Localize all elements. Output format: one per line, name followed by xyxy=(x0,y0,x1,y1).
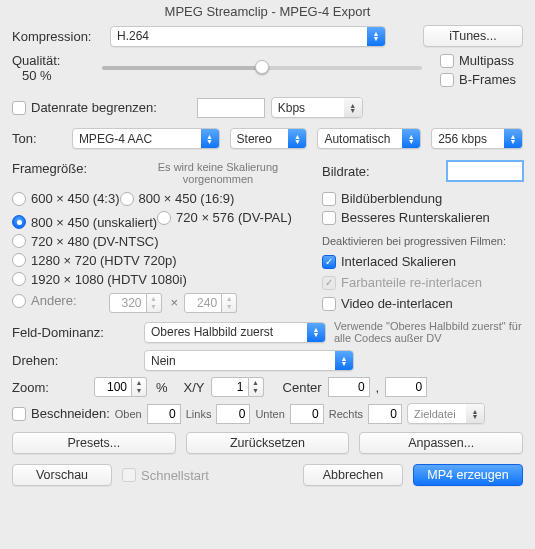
framesize-radio-label: 800 × 450 (unskaliert) xyxy=(31,215,157,230)
chevron-updown-icon xyxy=(335,351,353,370)
framesize-radio-label: 720 × 480 (DV-NTSC) xyxy=(31,234,159,249)
radio-dot-icon xyxy=(157,211,171,225)
datarate-unit-select[interactable]: Kbps xyxy=(271,97,363,118)
crop-bottom-input[interactable] xyxy=(290,404,324,424)
rotate-label: Drehen: xyxy=(12,353,144,368)
preview-button[interactable]: Vorschau xyxy=(12,464,112,486)
multipass-checkbox[interactable]: Multipass xyxy=(440,53,516,68)
framesize-other-label: Andere: xyxy=(31,293,77,308)
blend-checkbox[interactable]: Bildüberblendung xyxy=(322,191,442,206)
cancel-button[interactable]: Abbrechen xyxy=(303,464,403,486)
chevron-updown-icon xyxy=(201,129,219,148)
window-title: MPEG Streamclip - MPEG-4 Export xyxy=(0,0,535,25)
crop-target-value: Zieldatei xyxy=(414,408,462,420)
crop-label: Beschneiden: xyxy=(31,406,110,421)
framesize-other-width[interactable] xyxy=(109,293,165,313)
blend-label: Bildüberblendung xyxy=(341,191,442,206)
crop-right-input[interactable] xyxy=(368,404,402,424)
compression-label: Kompression: xyxy=(12,29,110,44)
audio-label: Ton: xyxy=(12,131,72,146)
zoom-xy-stepper[interactable] xyxy=(211,377,267,397)
crop-bottom-label: Unten xyxy=(255,408,284,420)
adjust-button[interactable]: Anpassen... xyxy=(359,432,523,454)
compression-value: H.264 xyxy=(117,29,363,43)
zoom-percent-sym: % xyxy=(156,380,168,395)
better-downscale-checkbox[interactable]: Besseres Runterskalieren xyxy=(322,210,490,225)
slider-knob-icon xyxy=(255,60,269,74)
presets-button[interactable]: Presets... xyxy=(12,432,176,454)
chevron-updown-icon xyxy=(307,323,325,342)
field-dominance-select[interactable]: Oberes Halbbild zuerst xyxy=(144,322,326,343)
datarate-input[interactable] xyxy=(197,98,265,118)
rotate-select[interactable]: Nein xyxy=(144,350,354,371)
make-mp4-button[interactable]: MP4 erzeugen xyxy=(413,464,523,486)
compression-select[interactable]: H.264 xyxy=(110,26,386,47)
audio-codec-select[interactable]: MPEG-4 AAC xyxy=(72,128,220,149)
zoom-percent-input[interactable] xyxy=(94,377,132,397)
limit-datarate-label: Datenrate begrenzen: xyxy=(31,100,157,115)
stepper-arrows-icon xyxy=(222,293,237,313)
reinterlace-checkbox: ✓Farbanteile re-interlacen xyxy=(322,275,482,290)
rotate-value: Nein xyxy=(151,354,331,368)
crop-left-label: Links xyxy=(186,408,212,420)
framesize-radio-1[interactable]: 800 × 450 (16:9) xyxy=(120,191,235,206)
chevron-updown-icon xyxy=(367,27,385,46)
audio-channels-value: Stereo xyxy=(237,132,285,146)
chevron-updown-icon xyxy=(288,129,306,148)
framesize-label: Framegröße: xyxy=(12,161,124,176)
framesize-other-width-input[interactable] xyxy=(109,293,147,313)
zoom-center-label: Center xyxy=(283,380,322,395)
crop-top-label: Oben xyxy=(115,408,142,420)
zoom-xy-label: X/Y xyxy=(184,380,205,395)
deinterlace-heading: Deaktivieren bei progressiven Filmen: xyxy=(322,235,523,247)
zoom-percent-stepper[interactable] xyxy=(94,377,150,397)
zoom-xy-input[interactable] xyxy=(211,377,249,397)
crop-checkbox[interactable]: Beschneiden: xyxy=(12,406,110,421)
bildrate-label: Bildrate: xyxy=(322,164,447,179)
bildrate-input[interactable] xyxy=(447,161,523,181)
framesize-radio-4[interactable]: 720 × 480 (DV-NTSC) xyxy=(12,234,159,249)
quality-label: Qualität: xyxy=(12,53,88,68)
schnellstart-label: Schnellstart xyxy=(141,468,209,483)
schnellstart-checkbox: Schnellstart xyxy=(122,468,209,483)
framesize-radio-5[interactable]: 1280 × 720 (HDTV 720p) xyxy=(12,253,177,268)
field-dominance-label: Feld-Dominanz: xyxy=(12,325,144,340)
quality-slider[interactable] xyxy=(102,59,422,77)
audio-bitrate-select[interactable]: 256 kbps xyxy=(431,128,523,149)
stepper-arrows-icon xyxy=(132,377,147,397)
audio-bitrate-value: 256 kbps xyxy=(438,132,500,146)
crop-top-input[interactable] xyxy=(147,404,181,424)
radio-dot-icon xyxy=(12,234,26,248)
zoom-center-y-input[interactable] xyxy=(385,377,427,397)
framesize-radio-2[interactable]: 800 × 450 (unskaliert) xyxy=(12,215,157,230)
zoom-center-x-input[interactable] xyxy=(328,377,370,397)
framesize-other-height[interactable] xyxy=(184,293,240,313)
interlaced-scale-checkbox[interactable]: ✓Interlaced Skalieren xyxy=(322,254,456,269)
framesize-radio-label: 1280 × 720 (HDTV 720p) xyxy=(31,253,177,268)
radio-dot-icon xyxy=(120,192,134,206)
crop-right-label: Rechts xyxy=(329,408,363,420)
radio-dot-icon xyxy=(12,272,26,286)
crop-left-input[interactable] xyxy=(216,404,250,424)
chevron-updown-icon xyxy=(466,404,484,423)
framesize-radio-6[interactable]: 1920 × 1080 (HDTV 1080i) xyxy=(12,272,187,287)
bframes-checkbox[interactable]: B-Frames xyxy=(440,72,516,87)
framesize-radio-label: 800 × 450 (16:9) xyxy=(139,191,235,206)
framesize-other-radio[interactable]: Andere: xyxy=(12,293,77,308)
audio-channels-select[interactable]: Stereo xyxy=(230,128,308,149)
video-deinterlace-checkbox[interactable]: Video de-interlacen xyxy=(322,296,453,311)
stepper-arrows-icon xyxy=(249,377,264,397)
audio-mode-select[interactable]: Automatisch xyxy=(317,128,421,149)
itunes-button[interactable]: iTunes... xyxy=(423,25,523,47)
framesize-radio-0[interactable]: 600 × 450 (4:3) xyxy=(12,191,120,206)
reset-button[interactable]: Zurücksetzen xyxy=(186,432,350,454)
quality-percent-text: 50 % xyxy=(12,68,88,83)
framesize-radio-3[interactable]: 720 × 576 (DV-PAL) xyxy=(157,210,292,225)
radio-dot-icon xyxy=(12,215,26,229)
limit-datarate-checkbox[interactable]: Datenrate begrenzen: xyxy=(12,100,157,115)
quality-label-block: Qualität: 50 % xyxy=(12,53,88,83)
field-dominance-hint: Verwende "Oberes Halbbild zuerst" für al… xyxy=(334,320,523,344)
chevron-updown-icon xyxy=(402,129,420,148)
framesize-other-height-input[interactable] xyxy=(184,293,222,313)
crop-target-select[interactable]: Zieldatei xyxy=(407,403,485,424)
